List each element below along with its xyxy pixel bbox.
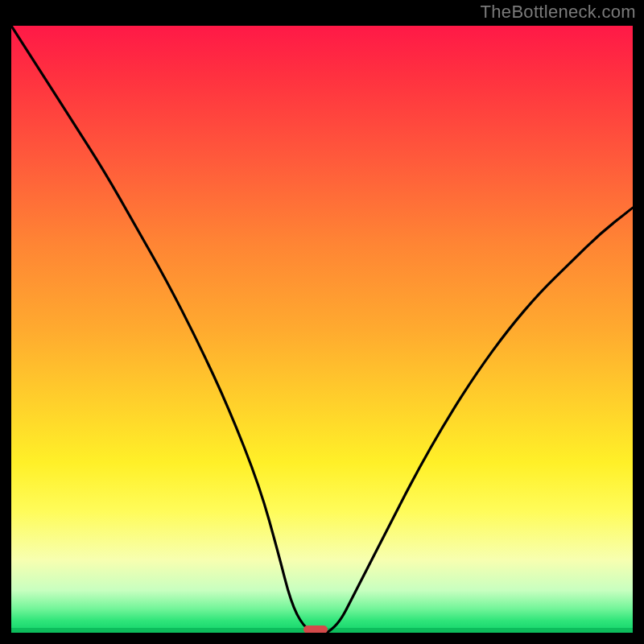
minimum-marker bbox=[303, 625, 328, 633]
chart-stage: TheBottleneck.com bbox=[0, 0, 644, 644]
bottleneck-curve-path bbox=[11, 26, 633, 633]
plot-area bbox=[11, 26, 633, 633]
curve-svg bbox=[11, 26, 633, 633]
watermark-text: TheBottleneck.com bbox=[481, 2, 636, 23]
